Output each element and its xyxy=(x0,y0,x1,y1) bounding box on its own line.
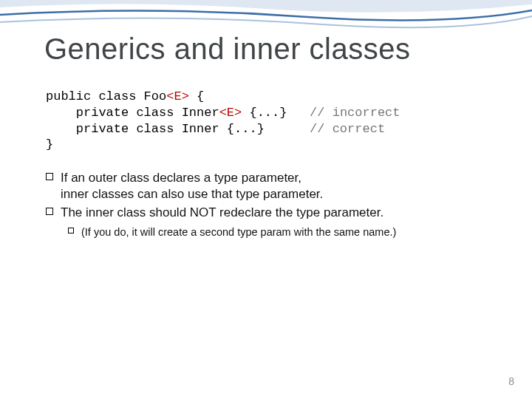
square-bullet-icon xyxy=(46,208,53,215)
code-line-4: } xyxy=(46,137,53,151)
sub-bullet-1-text: (If you do, it will create a second type… xyxy=(81,226,396,238)
sub-bullet-1: (If you do, it will create a second type… xyxy=(68,225,495,240)
bullet-1: If an outer class declares a type parame… xyxy=(46,170,495,203)
bullet-2: The inner class should NOT redeclare the… xyxy=(46,205,495,221)
square-bullet-icon xyxy=(68,228,74,233)
bullet-2-text: The inner class should NOT redeclare the… xyxy=(61,205,383,219)
square-bullet-icon xyxy=(46,173,53,180)
bullet-list: If an outer class declares a type parame… xyxy=(46,170,495,240)
page-number: 8 xyxy=(508,375,514,387)
code-line-2: private class Inner<E> {...} // incorrec… xyxy=(46,106,400,120)
code-line-1: public class Foo<E> { xyxy=(46,89,204,103)
bullet-1-line-2: inner classes can also use that type par… xyxy=(61,187,323,201)
page-title: Generics and inner classes xyxy=(44,33,410,66)
code-example: public class Foo<E> { private class Inne… xyxy=(46,89,400,153)
bullet-1-line-1: If an outer class declares a type parame… xyxy=(61,171,301,185)
code-line-3: private class Inner {...} // correct xyxy=(46,122,385,136)
